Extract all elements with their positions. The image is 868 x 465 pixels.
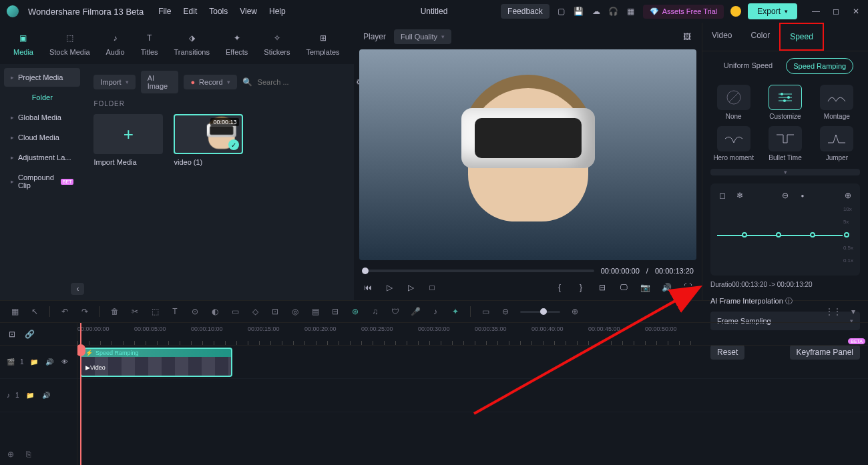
mic-icon[interactable]: 🎤 xyxy=(410,306,421,317)
device-icon[interactable]: ▢ xyxy=(556,6,567,17)
tab-effects[interactable]: ✦Effects xyxy=(219,27,254,60)
tab-audio[interactable]: ♪Audio xyxy=(99,27,132,60)
tab-media[interactable]: ▣Media xyxy=(7,27,40,60)
link-tl-icon[interactable]: 🔗 xyxy=(24,329,35,340)
preview-viewport[interactable] xyxy=(359,49,696,260)
video-track-head[interactable]: 🎬1 📁 🔊 👁 xyxy=(0,346,77,379)
tab-transitions[interactable]: ⬗Transitions xyxy=(168,27,216,60)
collapse-icon[interactable]: ‹ xyxy=(71,283,84,295)
camera-icon[interactable]: 📷 xyxy=(639,282,651,294)
audio-track-head[interactable]: ♪1 📁 🔊 xyxy=(0,379,77,412)
sidebar-global-media[interactable]: ▸Global Media xyxy=(4,108,80,127)
preset-none[interactable]: None xyxy=(710,85,756,121)
snapshot-icon[interactable]: 🖼 xyxy=(682,31,692,42)
zoom-out-icon[interactable]: ⊖ xyxy=(500,306,511,317)
render-icon[interactable]: ▭ xyxy=(480,306,491,317)
music-icon[interactable]: ♪ xyxy=(430,306,441,317)
subtab-ramping[interactable]: Speed Ramping xyxy=(786,58,853,74)
mark-out-icon[interactable]: } xyxy=(575,282,587,294)
export-button[interactable]: Export▾ xyxy=(748,3,797,19)
playhead[interactable] xyxy=(80,323,81,465)
preset-jumper[interactable]: Jumper xyxy=(814,126,860,162)
tl-grid-icon[interactable]: ▦ xyxy=(9,306,20,317)
delete-icon[interactable]: 🗑 xyxy=(110,306,120,317)
audio-tool-icon[interactable]: ♫ xyxy=(370,306,381,317)
add-keyframe-icon[interactable]: ⊕ xyxy=(843,190,853,201)
menu-edit[interactable]: Edit xyxy=(184,7,198,16)
sidebar-folder[interactable]: Folder xyxy=(4,88,80,107)
chroma-icon[interactable]: ◎ xyxy=(290,306,300,317)
graph-toggle-icon[interactable]: ◻ xyxy=(717,190,728,201)
ai-image-button[interactable]: AI Image xyxy=(141,71,179,93)
scrub-bar[interactable] xyxy=(362,270,594,272)
ai-icon[interactable]: ⊛ xyxy=(350,306,361,317)
tab-stickers[interactable]: ✧Stickers xyxy=(257,27,296,60)
shield-icon[interactable]: 🛡 xyxy=(390,306,401,317)
preset-montage[interactable]: Montage xyxy=(814,85,860,121)
freeze-icon[interactable]: ❄ xyxy=(734,190,745,201)
preset-customize[interactable]: Customize xyxy=(762,85,808,121)
ratio-icon[interactable]: ⊟ xyxy=(596,282,608,294)
track-vis-icon[interactable]: 👁 xyxy=(60,357,70,368)
assets-trial-button[interactable]: 💎 Assets Free Trial xyxy=(643,5,724,19)
import-media-card[interactable]: + Import Media xyxy=(93,114,163,166)
speed-tool-icon[interactable]: ⊙ xyxy=(190,306,200,317)
tab-templates[interactable]: ⊞Templates xyxy=(299,27,346,60)
preset-more-dropdown[interactable]: ▾ xyxy=(710,169,860,175)
focus-icon[interactable]: ⊡ xyxy=(270,306,280,317)
mask-icon[interactable]: ▭ xyxy=(230,306,240,317)
magnet-icon[interactable]: ⊡ xyxy=(7,329,17,340)
menu-help[interactable]: Help xyxy=(269,7,286,16)
search-input[interactable] xyxy=(258,78,350,86)
minimize-icon[interactable]: — xyxy=(811,6,821,17)
atrack-folder-icon[interactable]: 📁 xyxy=(25,390,35,401)
keyframe-icon[interactable]: ◇ xyxy=(250,306,260,317)
cloud-icon[interactable]: ☁ xyxy=(591,6,602,17)
tl-cursor-icon[interactable]: ↖ xyxy=(29,306,40,317)
next-frame-icon[interactable]: ▷ xyxy=(405,282,417,294)
quality-dropdown[interactable]: Full Quality▾ xyxy=(394,29,451,44)
text-icon[interactable]: T xyxy=(170,306,180,317)
remove-keyframe-icon[interactable]: ⊖ xyxy=(780,190,791,201)
speed-graph[interactable]: ◻ ❄ ⊖ ● ⊕ 10x 5x 1x 0.5x 0.1x xyxy=(710,183,860,276)
record-dropdown[interactable]: ●Record▾ xyxy=(184,75,236,89)
display-icon[interactable]: 🖵 xyxy=(618,282,630,294)
user-avatar[interactable] xyxy=(730,6,741,17)
crop-icon[interactable]: ⬚ xyxy=(150,306,160,317)
preset-hero[interactable]: Hero moment xyxy=(710,126,756,162)
tab-stock[interactable]: ⬚Stock Media xyxy=(43,27,97,60)
cut-icon[interactable]: ✂ xyxy=(130,306,140,317)
video-clip-card[interactable]: 00:00:13 ✓ video (1) xyxy=(174,114,243,166)
redo-icon[interactable]: ↷ xyxy=(79,306,90,317)
rtab-speed[interactable]: Speed xyxy=(779,23,824,51)
sidebar-project-media[interactable]: ▸Project Media xyxy=(4,68,80,87)
fullscreen-icon[interactable]: ⛶ xyxy=(682,282,694,294)
undo-icon[interactable]: ↶ xyxy=(59,306,70,317)
video-track[interactable]: ⚡Speed Ramping ▶ Video xyxy=(77,346,868,379)
grid-icon[interactable]: ▦ xyxy=(626,6,636,17)
menu-file[interactable]: File xyxy=(158,7,171,16)
pip-icon[interactable]: ⊟ xyxy=(330,306,341,317)
menu-tools[interactable]: Tools xyxy=(209,7,228,16)
close-icon[interactable]: ✕ xyxy=(851,6,861,17)
subtab-uniform[interactable]: Uniform Speed xyxy=(717,58,779,74)
track-mute-icon[interactable]: 🔊 xyxy=(45,357,55,368)
tl-options-icon[interactable]: ⋮⋮ xyxy=(828,306,839,317)
atrack-mute-icon[interactable]: 🔊 xyxy=(41,390,51,401)
timeline-ruler[interactable]: 00:00:00:0000:00:05:0000:00:10:0000:00:1… xyxy=(77,323,868,346)
color-tool-icon[interactable]: ◐ xyxy=(210,306,220,317)
video-clip[interactable]: ⚡Speed Ramping ▶ Video xyxy=(80,348,232,377)
zoom-slider[interactable] xyxy=(520,311,560,313)
feedback-button[interactable]: Feedback xyxy=(501,4,550,19)
rtab-video[interactable]: Video xyxy=(702,23,741,51)
mark-in-icon[interactable]: { xyxy=(554,282,566,294)
menu-view[interactable]: View xyxy=(240,7,257,16)
rtab-color[interactable]: Color xyxy=(741,23,779,51)
sidebar-adjustment[interactable]: ▸Adjustment La... xyxy=(4,148,80,167)
maximize-icon[interactable]: ◻ xyxy=(831,6,841,17)
keyframe-dot-icon[interactable]: ● xyxy=(797,190,808,201)
zoom-in-icon[interactable]: ⊕ xyxy=(570,306,580,317)
sidebar-cloud-media[interactable]: ▸Cloud Media xyxy=(4,128,80,147)
layer-icon[interactable]: ▤ xyxy=(310,306,320,317)
tl-more-icon[interactable]: ▾ xyxy=(848,306,859,317)
